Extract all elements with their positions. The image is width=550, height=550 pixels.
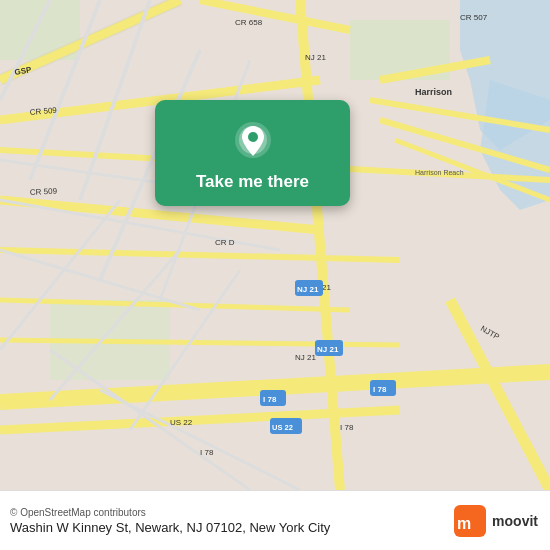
location-card[interactable]: Take me there (155, 100, 350, 206)
moovit-icon: m (454, 505, 486, 537)
svg-text:NJ 21: NJ 21 (317, 345, 339, 354)
svg-text:Harrison Reach: Harrison Reach (415, 169, 464, 176)
svg-text:US 22: US 22 (170, 418, 193, 427)
svg-text:I 78: I 78 (340, 423, 354, 432)
moovit-logo: m moovit (454, 505, 538, 537)
map-svg: GSP CR 509 CR 509 CR 658 CR 507 NJ 21 NJ… (0, 0, 550, 490)
svg-text:I 78: I 78 (373, 385, 387, 394)
osm-credit-text: © OpenStreetMap contributors (10, 507, 330, 518)
take-me-there-button[interactable]: Take me there (196, 172, 309, 192)
svg-text:CR 658: CR 658 (235, 18, 263, 27)
svg-text:m: m (457, 515, 471, 532)
moovit-brand-text: moovit (492, 513, 538, 529)
footer-bar: © OpenStreetMap contributors Washin W Ki… (0, 490, 550, 550)
svg-text:Harrison: Harrison (415, 87, 452, 97)
svg-text:CR D: CR D (215, 238, 235, 247)
footer-info: © OpenStreetMap contributors Washin W Ki… (10, 507, 330, 535)
svg-text:NJ 21: NJ 21 (297, 285, 319, 294)
svg-text:CR 509: CR 509 (30, 187, 58, 197)
svg-text:CR 507: CR 507 (460, 13, 488, 22)
svg-text:US 22: US 22 (272, 423, 293, 432)
svg-point-67 (248, 132, 258, 142)
map-area: GSP CR 509 CR 509 CR 658 CR 507 NJ 21 NJ… (0, 0, 550, 490)
svg-text:I 78: I 78 (263, 395, 277, 404)
svg-text:NJ 21: NJ 21 (295, 353, 316, 362)
address-text: Washin W Kinney St, Newark, NJ 07102, Ne… (10, 520, 330, 535)
map-pin-icon (231, 118, 275, 162)
svg-text:NJ 21: NJ 21 (305, 53, 326, 62)
svg-text:I 78: I 78 (200, 448, 214, 457)
